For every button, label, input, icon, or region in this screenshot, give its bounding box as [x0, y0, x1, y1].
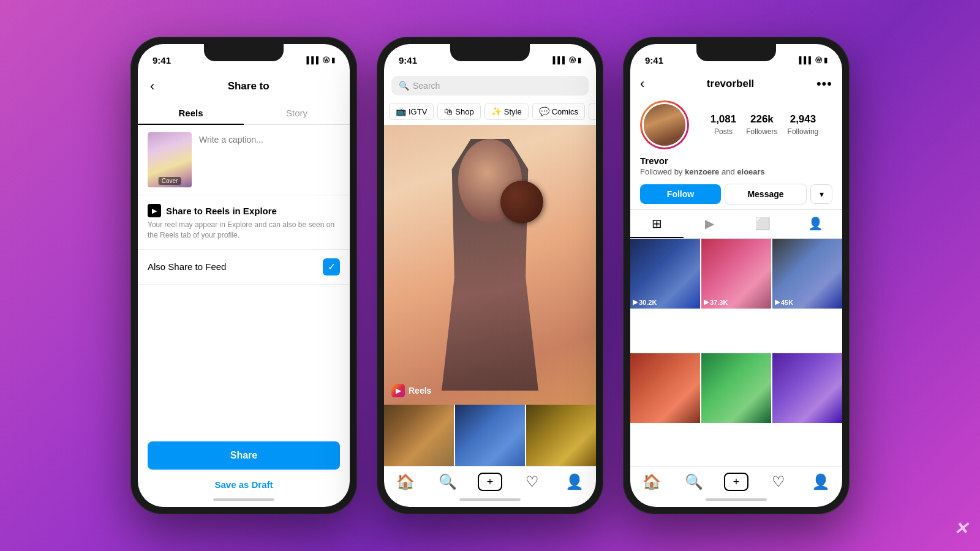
- search-icon: 🔍: [399, 81, 409, 91]
- profile-name-section: Trevor Followed by kenzoere and eloears: [630, 156, 842, 181]
- reel-icon: ▶: [391, 384, 405, 397]
- tab-tagged[interactable]: ⬜: [736, 210, 790, 238]
- nav-home-2[interactable]: 🏠: [393, 473, 418, 491]
- avatar-img: [644, 104, 685, 146]
- followers-count: 226k: [746, 113, 777, 126]
- posts-label: Posts: [714, 127, 733, 136]
- nav-heart-2[interactable]: ♡: [520, 473, 545, 491]
- photo-cell-5[interactable]: [701, 353, 771, 423]
- share-explore-title: ▶ Share to Reels in Explore: [148, 204, 340, 217]
- nav-add-3[interactable]: +: [724, 473, 748, 491]
- following-count: 2,943: [788, 113, 819, 126]
- followed-and: and: [722, 167, 737, 176]
- notch-3: [696, 44, 776, 61]
- dropdown-button[interactable]: ▾: [810, 184, 832, 204]
- stat-following: 2,943 Following: [788, 113, 819, 137]
- status-icons-2: ▌▌▌ ⓦ ▮: [553, 56, 582, 65]
- nav-home-3[interactable]: 🏠: [639, 473, 664, 491]
- tab-mentions[interactable]: 👤: [790, 210, 843, 238]
- profile-tabs: ⊞ ▶ ⬜ 👤: [630, 209, 842, 239]
- stats-row: 1,081 Posts 226k Followers 2,943 Followi…: [696, 113, 832, 137]
- following-label: Following: [788, 127, 819, 136]
- notch-2: [450, 44, 530, 61]
- style-label: Style: [504, 107, 522, 116]
- category-igtv[interactable]: 📺 IGTV: [389, 103, 434, 120]
- nav-profile-3[interactable]: 👤: [809, 473, 833, 491]
- tab-grid[interactable]: ⊞: [630, 210, 684, 238]
- search-placeholder: Search: [413, 81, 440, 91]
- also-share-label: Also Share to Feed: [148, 261, 226, 272]
- posts-count: 1,081: [710, 113, 737, 126]
- photo-cell-6[interactable]: [772, 353, 842, 423]
- stat-posts: 1,081 Posts: [710, 113, 737, 137]
- caption-input[interactable]: [199, 132, 340, 187]
- nav-bar-2: 🏠 🔍 + ♡ 👤: [384, 466, 596, 495]
- photo-cell-2[interactable]: ▶ 37.3K: [701, 239, 771, 309]
- cover-thumbnail[interactable]: Cover: [148, 132, 192, 187]
- watermark: ✕: [954, 519, 968, 539]
- bottom-bar-3: [630, 495, 842, 507]
- share-title: Share to: [157, 80, 340, 92]
- play-count-2: ▶ 37.3K: [704, 298, 728, 306]
- also-share-row[interactable]: Also Share to Feed ✓: [138, 250, 350, 285]
- profile-real-name: Trevor: [640, 156, 832, 166]
- followed-by-text: Followed by: [640, 167, 685, 176]
- home-indicator-1: [213, 498, 274, 501]
- bottom-bar-2: [384, 495, 596, 507]
- also-share-checkbox[interactable]: ✓: [323, 258, 340, 276]
- tab-reels-profile[interactable]: ▶: [684, 210, 737, 238]
- tab-story[interactable]: Story: [244, 102, 350, 124]
- nav-add-2[interactable]: +: [478, 473, 502, 491]
- thumb-cell-3[interactable]: [526, 405, 596, 466]
- tab-reels[interactable]: Reels: [138, 102, 244, 124]
- igtv-icon: 📺: [396, 107, 406, 116]
- back-button[interactable]: ‹: [148, 76, 157, 97]
- avatar-ring: [640, 100, 689, 149]
- profile-more-button[interactable]: •••: [816, 76, 832, 92]
- phone-share-reels: 9:41 ▌▌▌ ⓦ ▮ ‹ Share to Reels Story Cove…: [130, 37, 357, 514]
- message-button[interactable]: Message: [725, 184, 807, 204]
- phone-profile: 9:41 ▌▌▌ ⓦ ▮ ‹ trevorbell ••• 1,081 Post…: [623, 37, 850, 514]
- profile-back-button[interactable]: ‹: [640, 76, 644, 92]
- profile-header: ‹ trevorbell •••: [630, 71, 842, 94]
- action-row: Follow Message ▾: [630, 181, 842, 209]
- photo-cell-4[interactable]: [630, 353, 700, 423]
- share-explore-desc: Your reel may appear in Explore and can …: [148, 220, 340, 241]
- profile-info: 1,081 Posts 226k Followers 2,943 Followi…: [630, 94, 842, 156]
- photo-cell-1[interactable]: ▶ 30.2K: [630, 239, 700, 309]
- nav-bar-3: 🏠 🔍 + ♡ 👤: [630, 466, 842, 495]
- photo-cell-3[interactable]: ▶ 45K: [772, 239, 842, 309]
- profile-followed-by: Followed by kenzoere and eloears: [640, 167, 832, 176]
- style-icon: ✨: [491, 107, 502, 116]
- category-shop[interactable]: 🛍 Shop: [437, 103, 480, 120]
- category-tv[interactable]: 📽 TV & Movie: [589, 103, 596, 120]
- nav-search-2[interactable]: 🔍: [435, 473, 460, 491]
- category-comics[interactable]: 💬 Comics: [532, 103, 585, 120]
- category-row: 📺 IGTV 🛍 Shop ✨ Style 💬 Comics 📽 T: [384, 100, 596, 125]
- follow-button[interactable]: Follow: [640, 184, 721, 204]
- share-button[interactable]: Share: [148, 441, 340, 470]
- shop-icon: 🛍: [444, 107, 453, 116]
- home-indicator-2: [459, 498, 521, 501]
- save-draft-button[interactable]: Save as Draft: [138, 477, 350, 495]
- shop-label: Shop: [455, 107, 473, 116]
- profile-username: trevorbell: [649, 78, 812, 90]
- spacer: [138, 285, 350, 434]
- notch: [204, 44, 284, 61]
- phone-explore: 9:41 ▌▌▌ ⓦ ▮ 🔍 Search 📺 IGTV 🛍 Shop: [377, 37, 603, 514]
- nav-search-3[interactable]: 🔍: [682, 473, 706, 491]
- stat-followers: 226k Followers: [746, 113, 777, 137]
- status-icons-3: ▌▌▌ ⓦ ▮: [799, 56, 828, 65]
- home-indicator-3: [706, 498, 767, 501]
- thumb-cell-1[interactable]: [384, 405, 454, 466]
- category-style[interactable]: ✨ Style: [484, 103, 529, 120]
- reels-icon: ▶: [148, 204, 161, 217]
- nav-heart-3[interactable]: ♡: [766, 473, 791, 491]
- status-icons-1: ▌▌▌ ⓦ ▮: [307, 56, 336, 65]
- search-bar[interactable]: 🔍 Search: [391, 76, 589, 96]
- comics-icon: 💬: [539, 107, 549, 116]
- reel-label: ▶ Reels: [391, 384, 431, 397]
- nav-profile-2[interactable]: 👤: [562, 473, 587, 491]
- thumb-cell-2[interactable]: [455, 405, 525, 466]
- share-header: ‹ Share to: [138, 71, 350, 97]
